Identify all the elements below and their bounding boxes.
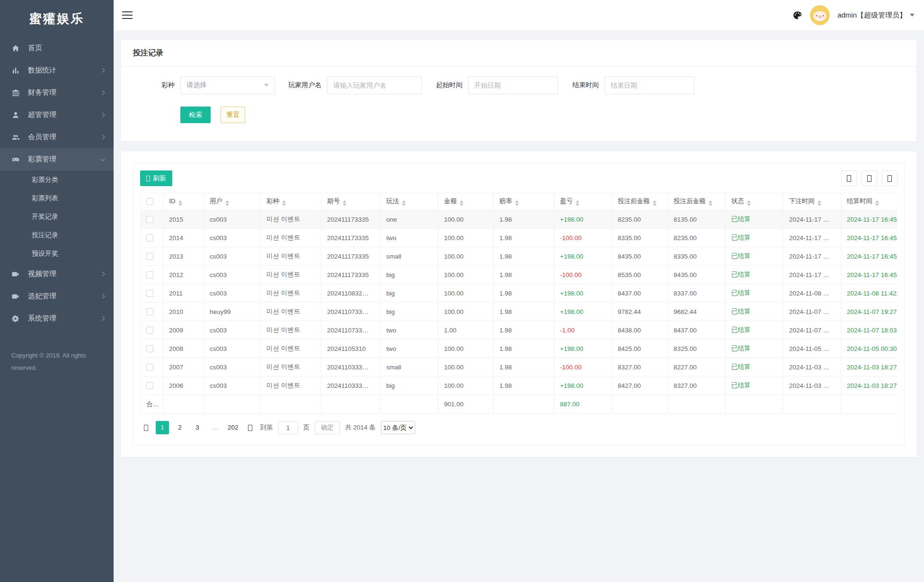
export-icon bbox=[867, 175, 871, 182]
page-button[interactable]: 202 bbox=[226, 421, 240, 434]
sort-icon[interactable] bbox=[875, 200, 879, 206]
row-checkbox[interactable] bbox=[146, 290, 153, 297]
sidebar-subitem-draw-records[interactable]: 开奖记录 bbox=[0, 207, 114, 226]
filter-section: 彩种 请选择 玩家用户名 起始时间 bbox=[121, 67, 916, 141]
page-title: 投注记录 bbox=[121, 40, 916, 67]
sort-icon[interactable] bbox=[515, 200, 519, 206]
sidebar-item-system[interactable]: 系统管理 bbox=[0, 307, 114, 330]
username-filter-group: 玩家用户名 bbox=[288, 76, 422, 94]
sort-icon[interactable] bbox=[402, 200, 406, 206]
sidebar-subitem-lottery-category[interactable]: 彩票分类 bbox=[0, 170, 114, 189]
table-body: 2015 cs003 미션 이벤트 202411173335 one 100.0… bbox=[141, 210, 898, 395]
toolbar-export-button[interactable] bbox=[862, 170, 877, 186]
sort-icon[interactable] bbox=[178, 200, 182, 206]
sort-icon[interactable] bbox=[225, 200, 229, 206]
page-button[interactable]: 2 bbox=[173, 421, 187, 434]
row-checkbox[interactable] bbox=[146, 327, 153, 334]
row-checkbox[interactable] bbox=[146, 308, 153, 315]
row-checkbox[interactable] bbox=[146, 382, 153, 389]
table-toolbar: 刷新 bbox=[140, 170, 897, 186]
summary-amount: 901.00 bbox=[438, 395, 494, 414]
sidebar-subitem-preset-draw[interactable]: 预设开奖 bbox=[0, 244, 114, 263]
sort-icon[interactable] bbox=[817, 200, 821, 206]
sidebar-item-members[interactable]: 会员管理 bbox=[0, 126, 114, 148]
columns-icon bbox=[847, 175, 851, 182]
page-button[interactable]: 3 bbox=[191, 421, 204, 434]
next-page-icon[interactable] bbox=[246, 421, 255, 434]
chevron-right-icon bbox=[100, 316, 105, 321]
start-date-input[interactable] bbox=[468, 76, 558, 94]
sidebar-item-xuanfei[interactable]: 选妃管理 bbox=[0, 285, 114, 307]
sidebar-item-statistics[interactable]: 数据统计 bbox=[0, 59, 114, 81]
sidebar: 蜜獾娱乐 首页 数据统计 财务管理 超管管理 会员管理 彩票管理 彩票分类 彩票… bbox=[0, 0, 114, 582]
row-checkbox[interactable] bbox=[146, 271, 153, 278]
summary-profit: 887.00 bbox=[554, 395, 612, 414]
row-checkbox[interactable] bbox=[146, 253, 153, 260]
table-row: 2012 cs003 미션 이벤트 202411173335 big 100.0… bbox=[141, 266, 898, 284]
lottery-filter-group: 彩种 请选择 bbox=[161, 76, 275, 94]
lottery-filter-label: 彩种 bbox=[161, 81, 175, 90]
lottery-select-value: 请选择 bbox=[187, 81, 206, 90]
summary-row: 合… 901.00 887.00 bbox=[141, 395, 898, 414]
avatar[interactable] bbox=[810, 5, 830, 25]
toolbar-icon-buttons bbox=[841, 170, 897, 186]
chevron-down-icon bbox=[100, 156, 105, 161]
theme-palette-icon[interactable] bbox=[792, 10, 802, 20]
refresh-button[interactable]: 刷新 bbox=[140, 170, 172, 186]
table-wrap: ID 用户 彩种 期号 玩法 金额 赔率 盈亏 投注前金额 投注后金额 状态 bbox=[140, 193, 897, 414]
sidebar-subitem-bet-records[interactable]: 投注记录 bbox=[0, 226, 114, 244]
toolbar-print-button[interactable] bbox=[882, 170, 897, 186]
chevron-right-icon bbox=[100, 68, 105, 73]
pagination: 123…202 到第 页 确定 共 2014 条 10 条/页 bbox=[141, 421, 897, 434]
sort-icon[interactable] bbox=[576, 200, 579, 206]
start-time-filter-group: 起始时间 bbox=[436, 76, 558, 94]
sort-icon[interactable] bbox=[343, 200, 346, 206]
sidebar-item-lottery[interactable]: 彩票管理 bbox=[0, 148, 114, 170]
username-input[interactable] bbox=[327, 76, 422, 94]
sidebar-item-finance[interactable]: 财务管理 bbox=[0, 81, 114, 104]
sort-icon[interactable] bbox=[460, 200, 463, 206]
print-icon bbox=[888, 175, 892, 182]
prev-page-icon[interactable] bbox=[141, 421, 151, 434]
header-lottery: 彩种 bbox=[261, 193, 321, 210]
row-checkbox-cell bbox=[141, 247, 163, 266]
row-checkbox[interactable] bbox=[146, 345, 153, 352]
row-checkbox[interactable] bbox=[146, 216, 153, 223]
total-count: 共 2014 条 bbox=[345, 423, 376, 432]
page-ellipsis: … bbox=[208, 421, 222, 434]
sort-icon[interactable] bbox=[709, 200, 712, 206]
end-date-input[interactable] bbox=[604, 76, 694, 94]
table-row: 2011 cs003 미션 이벤트 2024110832… big 100.00… bbox=[141, 284, 898, 303]
header-amount: 金额 bbox=[438, 193, 494, 210]
table-row: 2014 cs003 미션 이벤트 202411173335 two 100.0… bbox=[141, 229, 898, 247]
search-button[interactable]: 检索 bbox=[180, 107, 211, 123]
per-page-select[interactable]: 10 条/页 bbox=[381, 421, 415, 434]
sidebar-item-video[interactable]: 视频管理 bbox=[0, 263, 114, 285]
sidebar-subitem-lottery-list[interactable]: 彩票列表 bbox=[0, 189, 114, 207]
table-card: 刷新 bbox=[121, 152, 916, 457]
menu-toggle-icon[interactable] bbox=[122, 11, 133, 19]
select-all-checkbox[interactable] bbox=[146, 198, 153, 205]
reset-button[interactable]: 重置 bbox=[221, 107, 245, 123]
table-row: 2013 cs003 미션 이벤트 202411173335 small 100… bbox=[141, 247, 898, 266]
row-checkbox[interactable] bbox=[146, 234, 153, 242]
toolbar-filter-columns-button[interactable] bbox=[841, 170, 857, 186]
user-menu[interactable]: admin【超级管理员】 bbox=[837, 11, 915, 20]
sort-icon[interactable] bbox=[747, 200, 751, 206]
sidebar-item-label: 选妃管理 bbox=[28, 292, 56, 301]
sidebar-item-home[interactable]: 首页 bbox=[0, 37, 114, 59]
goto-confirm-button[interactable]: 确定 bbox=[315, 421, 340, 434]
sort-icon[interactable] bbox=[282, 200, 286, 206]
goto-page-input[interactable] bbox=[278, 421, 298, 434]
sidebar-item-label: 数据统计 bbox=[28, 66, 56, 75]
row-checkbox-cell bbox=[141, 284, 163, 303]
table-row: 2007 cs003 미션 이벤트 2024110333… small 100.… bbox=[141, 358, 898, 376]
lottery-select[interactable]: 请选择 bbox=[180, 76, 275, 94]
sort-icon[interactable] bbox=[653, 200, 657, 206]
chevron-right-icon bbox=[100, 272, 105, 277]
page-button[interactable]: 1 bbox=[156, 421, 169, 434]
row-checkbox[interactable] bbox=[146, 364, 153, 371]
sidebar-item-label: 系统管理 bbox=[28, 314, 56, 323]
sidebar-item-superadmin[interactable]: 超管管理 bbox=[0, 104, 114, 126]
row-checkbox-cell bbox=[141, 210, 163, 229]
